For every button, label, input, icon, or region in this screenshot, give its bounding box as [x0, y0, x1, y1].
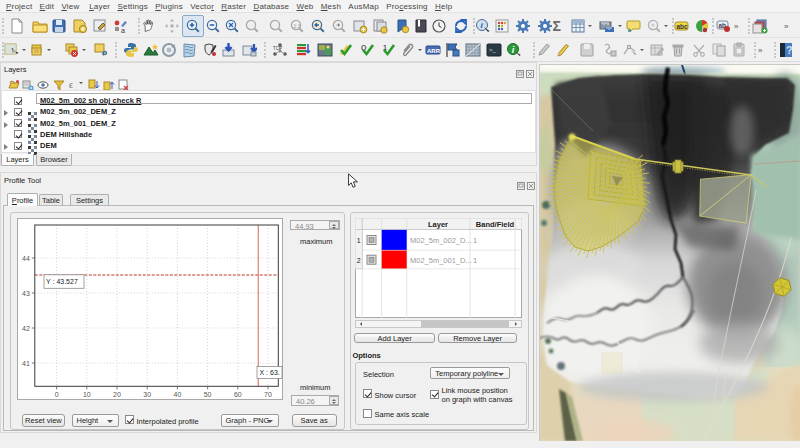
svg-text:>_: >_ [489, 47, 497, 53]
svg-text:41: 41 [22, 360, 30, 367]
svg-text:42: 42 [22, 325, 30, 332]
svg-text:43: 43 [22, 290, 30, 297]
svg-text:»: » [734, 22, 739, 31]
svg-text:44: 44 [22, 255, 30, 262]
svg-text:10: 10 [83, 391, 91, 398]
svg-text:70: 70 [264, 391, 272, 398]
svg-text:20: 20 [113, 391, 121, 398]
svg-text:1: 1 [473, 255, 477, 264]
svg-text:TCP: TCP [273, 46, 282, 51]
svg-text:2: 2 [357, 257, 361, 264]
svg-text:X : 63.: X : 63. [260, 369, 280, 376]
svg-text:ε: ε [69, 80, 73, 90]
svg-text:1: 1 [357, 237, 361, 244]
svg-text:Band/Field: Band/Field [476, 219, 515, 228]
svg-text:30: 30 [143, 391, 151, 398]
svg-text:50: 50 [204, 391, 212, 398]
svg-text:?: ? [786, 44, 793, 56]
svg-text:M02_5m_001_D...: M02_5m_001_D... [410, 255, 472, 264]
svg-text:Layer: Layer [428, 219, 448, 228]
svg-text:»: » [758, 46, 763, 55]
svg-text:1:1: 1:1 [294, 23, 301, 29]
svg-text:abc: abc [677, 23, 689, 30]
svg-text:Σ: Σ [553, 18, 561, 34]
svg-text:1: 1 [473, 236, 477, 245]
svg-text:60: 60 [234, 391, 242, 398]
svg-text:0: 0 [55, 391, 59, 398]
svg-text:»: » [784, 22, 789, 31]
svg-text:40: 40 [174, 391, 182, 398]
svg-text:ARR: ARR [427, 48, 441, 54]
svg-text:M02_5m_002_D...: M02_5m_002_D... [410, 236, 472, 245]
svg-text:a: a [121, 27, 125, 34]
svg-text:Y : 43.527: Y : 43.527 [46, 278, 78, 285]
